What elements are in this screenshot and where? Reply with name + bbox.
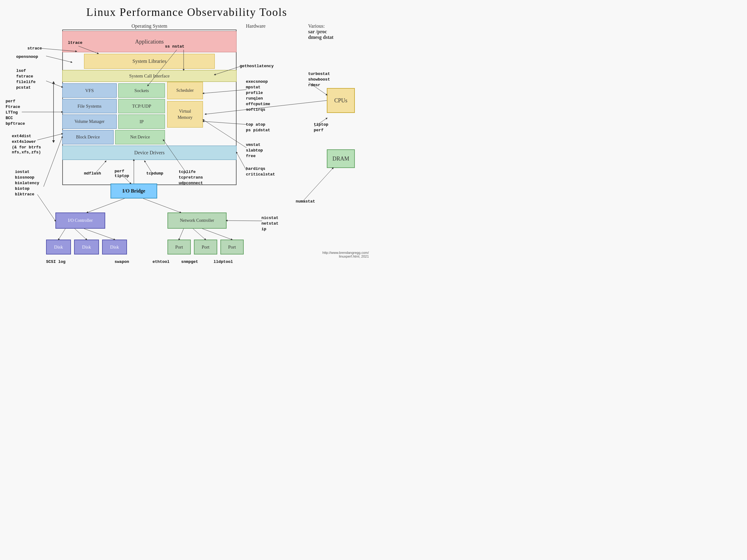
svg-line-31 [202,229,232,240]
tool-ip: ip [261,227,266,232]
tool-nicstat: nicstat [261,216,279,220]
box-io-bridge: I/O Bridge [110,184,157,198]
tool-opensnoop: opensnoop [16,54,38,59]
box-disk-2: Disk [74,240,99,255]
tool-profile: profile [246,90,263,95]
tool-strace: strace [27,46,42,51]
box-block-device: Block Device [62,130,113,144]
tool-ftrace: Ftrace [6,105,20,109]
svg-line-18 [236,153,247,170]
box-ip: IP [118,114,165,129]
tool-criticalstat: criticalstat [246,172,275,177]
tool-vmstat: vmstat [246,142,260,147]
box-cpus: CPUs [327,88,355,113]
tool-biosnoop: biosnoop [15,175,34,180]
box-scheduler: Scheduler [167,82,203,99]
layer-applications: Applications [62,31,236,52]
tool-turbostat: turbostat [308,72,330,76]
hw-label: Hardware [246,23,265,29]
tool-runqlen: runqlen [246,96,263,101]
tool-ext4slower: ext4slower [12,139,36,144]
tool-lsof: lsof [16,69,26,73]
box-port-1: Port [168,240,191,255]
tool-rdmsr: rdmsr [308,83,320,87]
box-io-controller: I/O Controller [55,212,105,229]
svg-line-9 [44,137,62,187]
tool-top: top atop [246,122,265,127]
tool-bpftrace: bpftrace [6,121,25,126]
tool-perf: perf [6,99,15,104]
tool-offcputime: offcputime [246,102,270,106]
tool-ltrace: ltrace [68,41,82,45]
tool-perf-tiptop: perftiptop [114,169,129,178]
diagram-area: Linux Performance Observability Tools Op… [0,0,374,261]
tool-swapon: swapon [114,260,129,264]
tool-ps-pidstat: ps pidstat [246,128,270,133]
svg-line-21 [302,168,333,202]
box-volume-manager: Volume Manager [62,114,117,129]
box-net-device: Net Device [115,130,165,144]
tool-mdflush: mdflush [84,171,101,176]
various-label: Various: sar /proc dmesg dstat [308,23,333,40]
tool-execsnoop: execsnoop [246,79,268,84]
layer-syscall: System Call Interface [62,70,236,82]
tool-netstat: netstat [261,221,279,226]
tool-softirqs: softirqs [246,107,265,112]
svg-line-29 [179,229,184,240]
tool-biolatency: biolatency [15,181,39,185]
footnote: http://www.brendangregg.com/linuxperf.ht… [323,251,369,258]
tool-iostat: iostat [15,169,30,174]
tool-free: free [246,154,256,158]
svg-line-33 [37,194,55,221]
box-dram: DRAM [327,149,355,168]
tool-fatrace: fatrace [16,74,33,79]
tool-udpconnect: udpconnect [179,181,203,185]
tool-tcpdump: tcpdump [146,171,163,176]
svg-line-27 [75,229,86,240]
box-port-2: Port [194,240,217,255]
page-title: Linux Performance Observability Tools [0,0,374,21]
tool-pcstat: pcstat [16,85,31,90]
box-virtual-memory: VirtualMemory [167,101,203,128]
layer-system-libraries: System Libraries [84,54,215,69]
tool-ethtool: ethtool [153,260,170,264]
svg-line-32 [227,220,262,221]
tool-slabtop: slabtop [246,148,263,153]
tool-lttng: LTTng [6,110,18,115]
tool-btrfs-note2: nfs,xfs,zfs) [12,150,41,155]
tool-filelife: filelife [16,80,35,84]
tool-showboost: showboost [308,77,330,82]
box-file-systems: File Systems [62,99,117,113]
tool-lldptool: lldptool [213,260,233,264]
tool-snmpget: snmpget [181,260,198,264]
svg-line-28 [84,229,114,240]
box-disk-3: Disk [102,240,127,255]
svg-line-25 [143,198,181,212]
tool-tcpretrans: tcpretrans [179,175,203,180]
tool-ss-nstat: ss nstat [165,44,184,49]
tool-bcc: BCC [6,116,13,121]
tool-perf2: perf [314,128,324,133]
box-vfs: VFS [62,83,117,98]
tool-tcplife: tcplife [179,169,196,174]
os-label: Operating System [62,23,236,29]
svg-line-26 [58,229,66,240]
tool-biotop: biotop [15,186,30,191]
svg-line-30 [193,229,205,240]
tool-btrfs-note: (& for btrfs [12,145,41,150]
svg-line-6 [46,81,62,87]
svg-line-24 [87,198,125,212]
tool-ext4dist: ext4dist [12,134,31,138]
box-tcp-udp: TCP/UDP [118,99,165,113]
svg-line-8 [37,134,62,140]
box-disk-1: Disk [46,240,71,255]
tool-tiptop: tiptop [314,122,328,127]
tool-hardirqs: hardirqs [246,166,265,171]
box-port-3: Port [221,240,244,255]
tool-gethostlatency: gethostlatency [240,64,274,69]
tool-scsi-log: SCSI log [46,260,66,264]
box-sockets: Sockets [118,83,165,98]
tool-numastat: numastat [296,199,315,204]
box-network-controller: Network Controller [168,212,227,229]
tool-blktrace: blktrace [15,192,34,196]
